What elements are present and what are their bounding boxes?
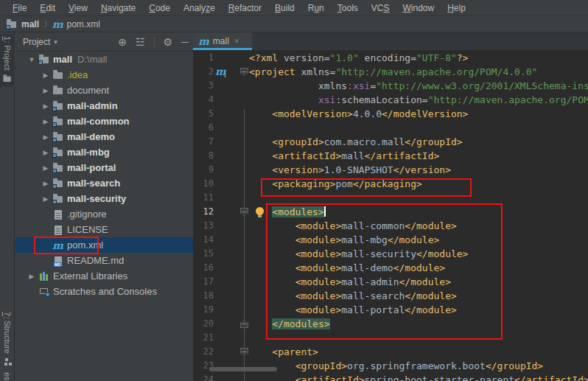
code-line-1[interactable]: 1<?xml version="1.0" encoding="UTF-8"?>	[193, 51, 588, 65]
line-number: 24	[193, 373, 214, 381]
code-token: <modelVersion>	[272, 108, 353, 119]
tree-item-mall-security[interactable]: ▶mall-security	[15, 191, 193, 206]
menu-help[interactable]: Help	[441, 0, 472, 16]
project-panel-title[interactable]: Project	[23, 37, 50, 47]
toolwindow-button-partial[interactable]: es	[0, 370, 15, 381]
tree-item-mall-mbg[interactable]: ▶mall-mbg	[15, 144, 193, 160]
code-line-14[interactable]: 14 <module>mall-mbg</module>	[193, 233, 588, 247]
code-line-10[interactable]: 10 <packaging>pom</packaging>	[193, 177, 588, 191]
code-line-3[interactable]: 3 xmlns:xsi="http://www.w3.org/2001/XMLS…	[193, 79, 588, 93]
expanded-arrow-icon[interactable]: ▼	[28, 56, 35, 63]
code-line-7[interactable]: 7 <groupId>com.macro.mall</groupId>	[193, 135, 588, 149]
menu-edit[interactable]: Edit	[33, 0, 62, 16]
collapsed-arrow-icon[interactable]: ▶	[42, 71, 49, 79]
project-tree: ▼mallD:\mall▶.idea▶document▶mall-admin▶m…	[15, 52, 193, 381]
scratches-icon	[38, 286, 50, 298]
code-line-8[interactable]: 8 <artifactId>mall</artifactId>	[193, 149, 588, 163]
settings-icon[interactable]: ⚙	[164, 37, 173, 47]
collapsed-arrow-icon[interactable]: ▶	[28, 273, 35, 280]
chevron-down-icon[interactable]: ▾	[54, 38, 57, 46]
tree-item-label: mall-search	[67, 178, 120, 189]
menu-window[interactable]: Window	[396, 0, 441, 16]
horizontal-scrollbar-thumb[interactable]	[209, 367, 277, 371]
menu-navigate[interactable]: Navigate	[94, 0, 142, 16]
intention-bulb-icon[interactable]	[256, 207, 264, 215]
menu-refactor[interactable]: Refactor	[222, 0, 268, 16]
tree-item-license[interactable]: LICENSE	[15, 222, 193, 237]
code-line-22[interactable]: 22− <parent>	[193, 345, 588, 359]
editor-area[interactable]: m mall × 1<?xml version="1.0" encoding="…	[193, 32, 588, 381]
fold-marker-icon[interactable]: −	[240, 320, 248, 328]
line-number: 1	[193, 51, 214, 65]
tree-item-label: Scratches and Consoles	[53, 286, 157, 297]
tree-item-mall-common[interactable]: ▶mall-common	[15, 113, 193, 129]
code-line-17[interactable]: 17 <module>mall-admin</module>	[193, 275, 588, 289]
menu-vcs[interactable]: VCS	[365, 0, 396, 16]
code-token: version	[284, 52, 324, 63]
code-line-15[interactable]: 15 <module>mall-security</module>	[193, 247, 588, 261]
breadcrumb-file[interactable]: pom.xml	[67, 19, 100, 29]
collapsed-arrow-icon[interactable]: ▶	[42, 118, 49, 125]
tree-item-mall-portal[interactable]: ▶mall-portal	[15, 160, 193, 175]
code-line-21[interactable]: 21	[193, 331, 588, 345]
tree-item-mall-search[interactable]: ▶mall-search	[15, 175, 193, 191]
collapsed-arrow-icon[interactable]: ▶	[42, 180, 49, 187]
code-line-5[interactable]: 5 <modelVersion>4.0.0</modelVersion>	[193, 107, 588, 121]
hide-icon[interactable]: ─	[181, 37, 189, 47]
collapsed-arrow-icon[interactable]: ▶	[42, 87, 49, 94]
collapsed-arrow-icon[interactable]: ▶	[42, 149, 49, 156]
tree-item-readme-md[interactable]: MDREADME.md	[15, 253, 193, 268]
code-token: <groupId>	[295, 360, 347, 371]
code-token: :schemaLocation	[335, 94, 421, 105]
tree-item-pom-xml[interactable]: mpom.xml	[15, 237, 193, 253]
module-folder-icon	[38, 54, 50, 66]
breadcrumb-project[interactable]: mall	[21, 19, 39, 29]
code-line-6[interactable]: 6	[193, 121, 588, 135]
code-line-24[interactable]: 24 <artifactId>spring-boot-starter-paren…	[193, 373, 588, 381]
tree-item-document[interactable]: ▶document	[15, 83, 193, 98]
menu-build[interactable]: Build	[268, 0, 301, 16]
toolwindow-button-structure[interactable]: 7: Structure	[0, 310, 15, 371]
code-line-4[interactable]: 4 xsi:schemaLocation="http://maven.apach…	[193, 93, 588, 107]
tree-item-mall-admin[interactable]: ▶mall-admin	[15, 98, 193, 113]
tree-item--gitignore[interactable]: .gitignore	[15, 206, 193, 222]
collapsed-arrow-icon[interactable]: ▶	[42, 195, 49, 203]
code-editor[interactable]: 1<?xml version="1.0" encoding="UTF-8"?>2…	[193, 50, 588, 381]
code-line-18[interactable]: 18 <module>mall-search</module>	[193, 289, 588, 303]
code-line-16[interactable]: 16 <module>mall-demo</module>	[193, 261, 588, 275]
editor-tab-mall[interactable]: m mall ×	[193, 32, 252, 50]
code-line-11[interactable]: 11	[193, 191, 588, 205]
tree-item-scratches-and-consoles[interactable]: Scratches and Consoles	[15, 284, 193, 299]
collapsed-arrow-icon[interactable]: ▶	[42, 164, 49, 172]
fold-marker-icon[interactable]: −	[240, 208, 248, 216]
fold-marker-icon[interactable]: −	[240, 68, 248, 76]
close-icon[interactable]: ×	[234, 36, 239, 46]
tree-item--idea[interactable]: ▶.idea	[15, 67, 193, 83]
menu-code[interactable]: Code	[142, 0, 177, 16]
menu-analyze[interactable]: Analyze	[177, 0, 222, 16]
collapsed-arrow-icon[interactable]: ▶	[42, 133, 49, 141]
tree-item-mall[interactable]: ▼mallD:\mall	[15, 52, 193, 67]
code-line-19[interactable]: 19 <module>mall-portal</module>	[193, 303, 588, 317]
menu-view[interactable]: View	[62, 0, 94, 16]
fold-marker-icon[interactable]: −	[240, 348, 248, 356]
toolwindow-button-project[interactable]: 1: Project	[0, 34, 15, 87]
tree-item-label: mall-admin	[67, 100, 118, 111]
code-token: <artifactId>	[272, 150, 341, 161]
maven-download-icon[interactable]: m↓	[215, 66, 228, 78]
menu-file[interactable]: File	[6, 0, 33, 16]
menu-tools[interactable]: Tools	[331, 0, 365, 16]
code-line-9[interactable]: 9 <version>1.0-SNAPSHOT</version>	[193, 163, 588, 177]
code-line-13[interactable]: 13 <module>mall-common</module>	[193, 219, 588, 233]
code-line-2[interactable]: 2−m↓<project xmlns="http://maven.apache.…	[193, 65, 588, 79]
menu-run[interactable]: Run	[301, 0, 331, 16]
tree-item-external-libraries[interactable]: ▶External Libraries	[15, 268, 193, 284]
code-line-20[interactable]: 20− </modules>	[193, 317, 588, 331]
locate-icon[interactable]: ⊕	[118, 37, 127, 47]
tree-item-label: mall-portal	[67, 162, 116, 173]
collapsed-arrow-icon[interactable]: ▶	[42, 102, 49, 110]
tree-item-mall-demo[interactable]: ▶mall-demo	[15, 129, 193, 144]
code-line-12[interactable]: 12− <modules>	[193, 205, 588, 219]
code-token: </artifactId>	[514, 374, 588, 381]
collapse-all-icon[interactable]: ☳	[136, 37, 145, 47]
